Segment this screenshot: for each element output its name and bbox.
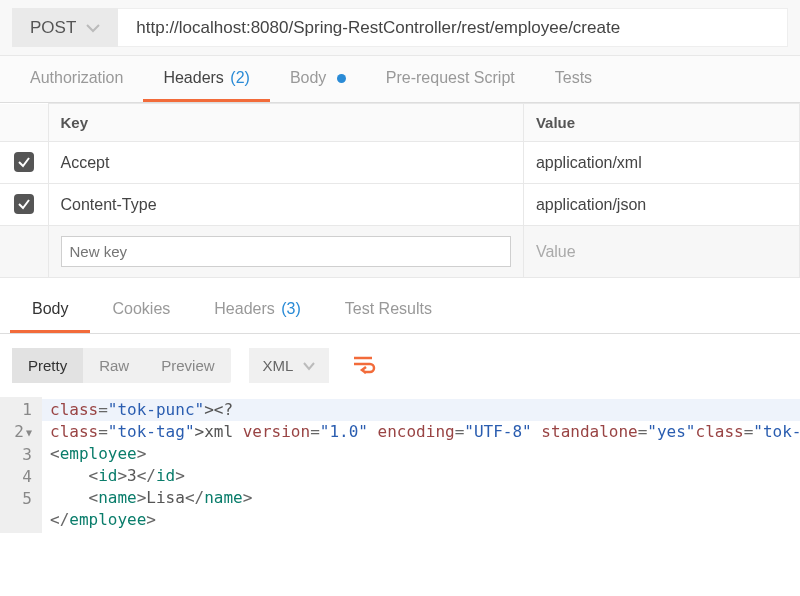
- new-value-placeholder: Value: [536, 243, 576, 260]
- row-checkbox[interactable]: [14, 152, 34, 172]
- view-toolbar: Pretty Raw Preview XML: [0, 334, 800, 397]
- tab-label: Headers: [214, 300, 274, 317]
- method-selector[interactable]: POST: [12, 8, 118, 47]
- btn-label: Preview: [161, 357, 214, 374]
- fold-icon[interactable]: ▼: [26, 422, 32, 444]
- tab-label: Pre-request Script: [386, 69, 515, 86]
- new-key-input[interactable]: [61, 236, 511, 267]
- btn-label: Raw: [99, 357, 129, 374]
- col-key: Key: [48, 104, 523, 142]
- view-raw-button[interactable]: Raw: [83, 348, 145, 383]
- col-value: Value: [523, 104, 799, 142]
- tab-label: Cookies: [112, 300, 170, 317]
- tab-body[interactable]: Body: [270, 57, 366, 102]
- method-label: POST: [30, 18, 76, 38]
- resp-tab-headers[interactable]: Headers (3): [192, 288, 323, 333]
- header-key: Accept: [61, 154, 110, 171]
- tab-authorization[interactable]: Authorization: [10, 57, 143, 102]
- tab-count: (2): [230, 69, 250, 86]
- row-checkbox[interactable]: [14, 194, 34, 214]
- chevron-down-icon: [86, 23, 100, 33]
- line-gutter: 1 2▼ 3 4 5: [0, 397, 42, 533]
- new-value-cell[interactable]: Value: [523, 226, 799, 278]
- table-header-row: Key Value: [0, 104, 800, 142]
- wrap-lines-button[interactable]: [347, 349, 381, 383]
- header-value-cell[interactable]: application/json: [523, 184, 799, 226]
- url-text: http://localhost:8080/Spring-RestControl…: [136, 18, 620, 38]
- resp-tab-test-results[interactable]: Test Results: [323, 288, 454, 333]
- tab-label: Headers: [163, 69, 223, 86]
- tab-count: (3): [281, 300, 301, 317]
- resp-tab-cookies[interactable]: Cookies: [90, 288, 192, 333]
- header-value: application/json: [536, 196, 646, 213]
- table-row: Content-Type application/json: [0, 184, 800, 226]
- tab-prerequest[interactable]: Pre-request Script: [366, 57, 535, 102]
- header-value: application/xml: [536, 154, 642, 171]
- tab-label: Tests: [555, 69, 592, 86]
- header-key: Content-Type: [61, 196, 157, 213]
- header-key-cell[interactable]: Accept: [48, 142, 523, 184]
- new-key-cell[interactable]: [48, 226, 523, 278]
- request-tabs: Authorization Headers (2) Body Pre-reque…: [0, 56, 800, 103]
- table-row-new: Value: [0, 226, 800, 278]
- view-preview-button[interactable]: Preview: [145, 348, 230, 383]
- format-label: XML: [263, 357, 294, 374]
- tab-label: Body: [32, 300, 68, 317]
- row-checkbox-empty: [0, 226, 48, 278]
- tab-headers[interactable]: Headers (2): [143, 57, 270, 102]
- view-pretty-button[interactable]: Pretty: [12, 348, 83, 383]
- response-tabs: Body Cookies Headers (3) Test Results: [0, 288, 800, 334]
- headers-table: Key Value Accept application/xml Content…: [0, 103, 800, 278]
- modified-dot-icon: [337, 74, 346, 83]
- view-mode-group: Pretty Raw Preview: [12, 348, 231, 383]
- btn-label: Pretty: [28, 357, 67, 374]
- url-input[interactable]: http://localhost:8080/Spring-RestControl…: [118, 8, 788, 47]
- tab-tests[interactable]: Tests: [535, 57, 612, 102]
- format-select[interactable]: XML: [249, 348, 330, 383]
- chevron-down-icon: [303, 357, 315, 374]
- col-check: [0, 104, 48, 142]
- wrap-icon: [352, 354, 376, 377]
- request-bar: POST http://localhost:8080/Spring-RestCo…: [0, 0, 800, 56]
- response-body-viewer[interactable]: 1 2▼ 3 4 5 class="tok-punc"><?class="tok…: [0, 397, 800, 533]
- tab-label: Authorization: [30, 69, 123, 86]
- tab-label: Body: [290, 69, 326, 86]
- header-value-cell[interactable]: application/xml: [523, 142, 799, 184]
- code-content: class="tok-punc"><?class="tok-tag">xml v…: [42, 397, 800, 533]
- resp-tab-body[interactable]: Body: [10, 288, 90, 333]
- table-row: Accept application/xml: [0, 142, 800, 184]
- header-key-cell[interactable]: Content-Type: [48, 184, 523, 226]
- tab-label: Test Results: [345, 300, 432, 317]
